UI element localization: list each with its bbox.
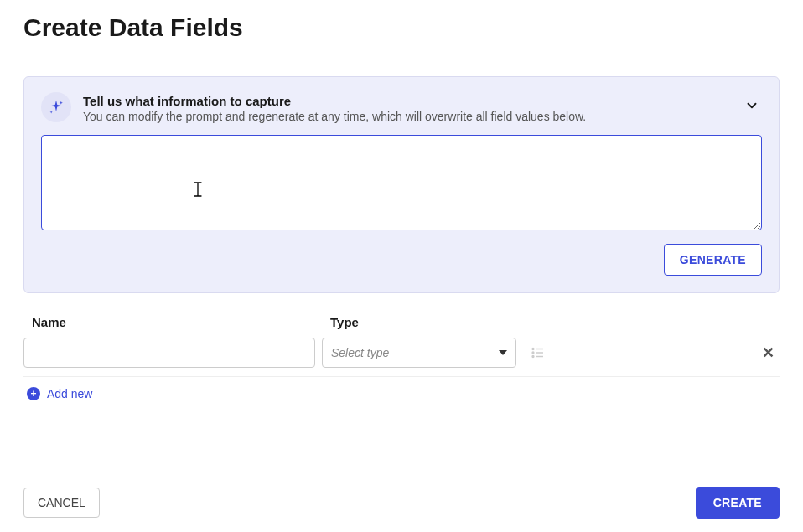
prompt-subtitle: You can modify the prompt and regenerate… <box>83 110 762 123</box>
type-placeholder: Select type <box>331 346 389 359</box>
svg-point-2 <box>532 352 534 354</box>
plus-circle-icon: + <box>27 387 40 400</box>
close-icon: ✕ <box>762 343 775 362</box>
prompt-title: Tell us what information to capture <box>83 94 762 108</box>
field-row: Select type ✕ <box>23 338 780 377</box>
svg-point-0 <box>532 349 534 350</box>
dialog-footer: CANCEL CREATE <box>0 473 803 532</box>
caret-down-icon <box>499 350 507 355</box>
add-new-label: Add new <box>47 387 92 400</box>
column-header-name: Name <box>23 315 322 329</box>
svg-point-4 <box>532 356 534 358</box>
prompt-textarea[interactable] <box>41 135 762 230</box>
prompt-panel: Tell us what information to capture You … <box>23 76 780 293</box>
dialog-content: Tell us what information to capture You … <box>0 59 803 400</box>
options-icon[interactable] <box>526 341 550 364</box>
generate-row: GENERATE <box>41 244 762 276</box>
generate-button[interactable]: GENERATE <box>664 244 762 276</box>
dialog-header: Create Data Fields <box>0 0 803 59</box>
field-name-input[interactable] <box>23 338 315 368</box>
collapse-toggle[interactable] <box>742 96 762 116</box>
add-new-button[interactable]: + Add new <box>23 387 92 400</box>
field-type-select[interactable]: Select type <box>322 338 516 368</box>
prompt-header: Tell us what information to capture You … <box>41 92 762 123</box>
fields-section: Name Type Select type ✕ <box>23 315 780 400</box>
create-button[interactable]: CREATE <box>696 487 780 519</box>
prompt-text-block: Tell us what information to capture You … <box>83 92 762 123</box>
fields-header: Name Type <box>23 315 780 329</box>
chevron-down-icon <box>744 98 759 113</box>
column-header-type: Type <box>322 315 359 329</box>
remove-row-button[interactable]: ✕ <box>756 341 780 364</box>
cancel-button[interactable]: CANCEL <box>23 488 100 518</box>
page-title: Create Data Fields <box>23 13 780 42</box>
sparkle-icon <box>41 92 71 122</box>
